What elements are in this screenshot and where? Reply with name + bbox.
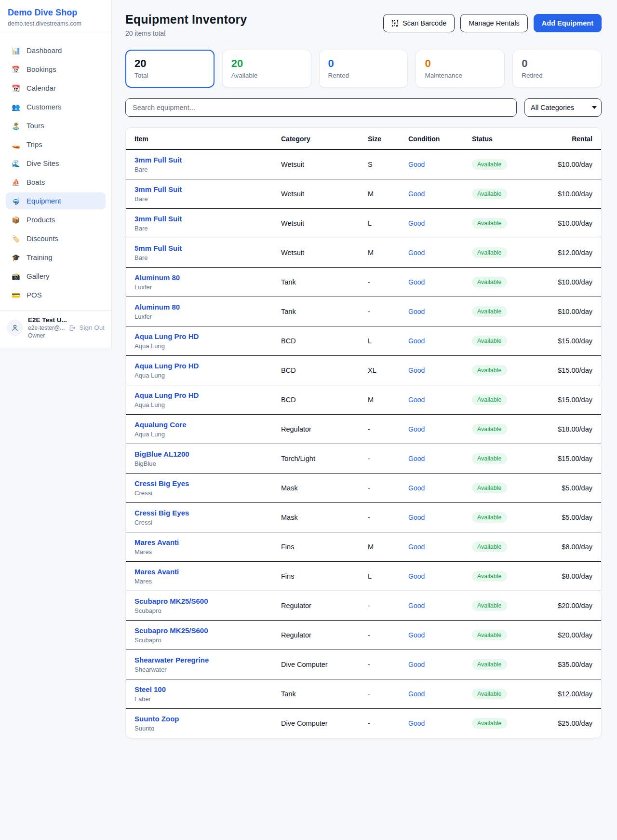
condition-link[interactable]: Good	[408, 249, 425, 257]
item-name-link[interactable]: Aqualung Core	[134, 420, 269, 429]
condition-link[interactable]: Good	[408, 366, 425, 374]
condition-link[interactable]: Good	[408, 308, 425, 315]
condition-link[interactable]: Good	[408, 661, 425, 668]
cell-size: -	[362, 591, 402, 621]
search-input[interactable]	[125, 98, 517, 117]
condition-link[interactable]: Good	[408, 425, 425, 433]
column-header-item: Item	[126, 128, 275, 149]
item-name-link[interactable]: Cressi Big Eyes	[134, 479, 269, 488]
condition-link[interactable]: Good	[408, 484, 425, 492]
sidebar-item-training[interactable]: 🎓Training	[6, 249, 106, 266]
cell-rental: $15.00/day	[538, 444, 601, 474]
item-name-link[interactable]: Mares Avanti	[134, 538, 269, 546]
stat-label: Retired	[522, 72, 592, 79]
item-name-link[interactable]: Aluminum 80	[134, 273, 269, 282]
sidebar-item-bookings[interactable]: 📅Bookings	[6, 61, 106, 78]
item-name-link[interactable]: 5mm Full Suit	[134, 244, 269, 252]
sidebar-item-boats[interactable]: ⛵Boats	[6, 174, 106, 190]
cell-rental: $5.00/day	[538, 503, 601, 532]
manage-rentals-button[interactable]: Manage Rentals	[460, 14, 528, 32]
sidebar-item-dashboard[interactable]: 📊Dashboard	[6, 42, 106, 59]
item-name-link[interactable]: Cressi Big Eyes	[134, 509, 269, 517]
item-name-link[interactable]: Aqua Lung Pro HD	[134, 332, 269, 340]
cell-status: Available	[466, 621, 538, 650]
condition-link[interactable]: Good	[408, 219, 425, 227]
add-equipment-button[interactable]: Add Equipment	[534, 14, 602, 32]
item-name-link[interactable]: 3mm Full Suit	[134, 215, 269, 223]
status-badge: Available	[472, 306, 507, 317]
item-name-link[interactable]: 3mm Full Suit	[134, 185, 269, 193]
shop-name[interactable]: Demo Dive Shop	[8, 8, 103, 18]
table-row: Cressi Big EyesCressiMask-GoodAvailable$…	[126, 503, 601, 532]
item-name-link[interactable]: Mares Avanti	[134, 568, 269, 576]
condition-link[interactable]: Good	[408, 719, 425, 727]
status-badge: Available	[472, 512, 507, 523]
cell-item: Cressi Big EyesCressi	[126, 474, 275, 503]
sidebar-item-customers[interactable]: 👥Customers	[6, 98, 106, 115]
condition-link[interactable]: Good	[408, 396, 425, 404]
sidebar-item-label: Bookings	[27, 65, 56, 73]
item-name-link[interactable]: Shearwater Peregrine	[134, 656, 269, 664]
scan-barcode-button[interactable]: Scan Barcode	[383, 14, 455, 32]
stat-card-total[interactable]: 20Total	[125, 50, 215, 88]
condition-link[interactable]: Good	[408, 161, 425, 168]
item-name-link[interactable]: Scubapro MK25/S600	[134, 597, 269, 605]
cell-size: M	[362, 179, 402, 209]
condition-link[interactable]: Good	[408, 690, 425, 698]
cell-item: Cressi Big EyesCressi	[126, 503, 275, 532]
stat-card-available[interactable]: 20Available	[222, 50, 311, 88]
stat-card-rented[interactable]: 0Rented	[319, 50, 408, 88]
condition-link[interactable]: Good	[408, 631, 425, 639]
item-brand: Scubapro	[134, 607, 269, 614]
cell-status: Available	[466, 474, 538, 503]
cell-status: Available	[466, 532, 538, 562]
sidebar-item-equipment[interactable]: 🤿Equipment	[6, 192, 106, 209]
sidebar-item-dive-sites[interactable]: 🌊Dive Sites	[6, 155, 106, 172]
table-row: 3mm Full SuitBareWetsuitSGoodAvailable$1…	[126, 149, 601, 179]
cell-condition: Good	[402, 385, 466, 415]
sidebar-item-calendar[interactable]: 📆Calendar	[6, 80, 106, 96]
stat-label: Rented	[328, 72, 399, 79]
item-name-link[interactable]: BigBlue AL1200	[134, 450, 269, 458]
condition-link[interactable]: Good	[408, 278, 425, 286]
item-name-link[interactable]: Aluminum 80	[134, 303, 269, 311]
cell-rental: $15.00/day	[538, 356, 601, 385]
cell-category: Wetsuit	[275, 149, 362, 179]
item-name-link[interactable]: Aqua Lung Pro HD	[134, 362, 269, 370]
condition-link[interactable]: Good	[408, 190, 425, 198]
condition-link[interactable]: Good	[408, 514, 425, 521]
item-name-link[interactable]: Scubapro MK25/S600	[134, 626, 269, 635]
condition-link[interactable]: Good	[408, 572, 425, 580]
item-name-link[interactable]: 3mm Full Suit	[134, 156, 269, 164]
condition-link[interactable]: Good	[408, 602, 425, 610]
sidebar-item-discounts[interactable]: 🏷️Discounts	[6, 230, 106, 247]
item-name-link[interactable]: Suunto Zoop	[134, 715, 269, 723]
condition-link[interactable]: Good	[408, 337, 425, 345]
cell-condition: Good	[402, 503, 466, 532]
cell-status: Available	[466, 591, 538, 621]
sidebar-item-products[interactable]: 📦Products	[6, 211, 106, 228]
cell-item: Shearwater PeregrineShearwater	[126, 650, 275, 679]
sidebar-item-trips[interactable]: 🚤Trips	[6, 136, 106, 153]
sidebar-item-pos[interactable]: 💳POS	[6, 286, 106, 303]
sidebar-item-tours[interactable]: 🏝️Tours	[6, 117, 106, 134]
sidebar-item-label: Trips	[27, 140, 42, 149]
item-name-link[interactable]: Steel 100	[134, 685, 269, 693]
condition-link[interactable]: Good	[408, 543, 425, 551]
cell-rental: $10.00/day	[538, 179, 601, 209]
cell-category: Dive Computer	[275, 650, 362, 679]
item-name-link[interactable]: Aqua Lung Pro HD	[134, 391, 269, 399]
cell-condition: Good	[402, 238, 466, 268]
cell-size: -	[362, 474, 402, 503]
condition-link[interactable]: Good	[408, 455, 425, 462]
stat-card-maintenance[interactable]: 0Maintenance	[416, 50, 505, 88]
status-badge: Available	[472, 159, 507, 170]
sidebar-item-gallery[interactable]: 📸Gallery	[6, 268, 106, 285]
cell-condition: Good	[402, 591, 466, 621]
stat-card-retired[interactable]: 0Retired	[512, 50, 602, 88]
category-select[interactable]: All Categories	[524, 98, 602, 117]
table-body: 3mm Full SuitBareWetsuitSGoodAvailable$1…	[126, 149, 601, 738]
bookings-icon: 📅	[12, 66, 20, 73]
cell-condition: Good	[402, 179, 466, 209]
sign-out-button[interactable]: Sign Out	[68, 324, 105, 332]
